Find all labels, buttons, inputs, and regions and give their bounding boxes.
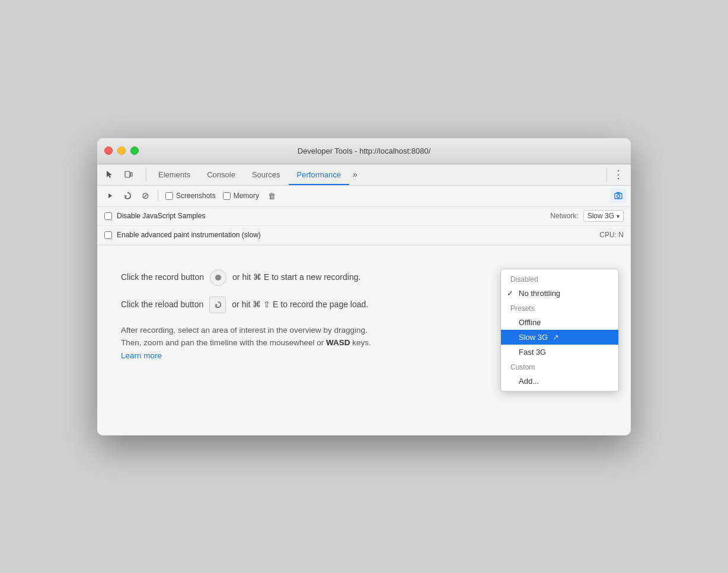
settings-row-2: Enable advanced paint instrumentation (s… — [97, 226, 631, 245]
learn-more-link[interactable]: Learn more — [121, 351, 162, 360]
dropdown-no-throttling[interactable]: No throttling — [501, 286, 618, 301]
svg-rect-1 — [130, 173, 132, 176]
reload-hint-text: Click the reload button — [121, 298, 203, 311]
network-dropdown-menu: Disabled No throttling Presets Offline S… — [500, 269, 619, 391]
info-text-1: After recording, select an area of inter… — [121, 326, 371, 348]
settings-area: Disable JavaScript Samples Network: Slow… — [97, 207, 631, 246]
disable-js-samples-checkbox[interactable] — [104, 212, 112, 220]
minimize-button[interactable] — [117, 147, 126, 155]
tabbar-end-divider — [606, 167, 607, 182]
hint-text-block: After recording, select an area of inter… — [121, 324, 524, 362]
tab-sources[interactable]: Sources — [244, 164, 289, 185]
screenshots-checkbox[interactable]: Screenshots — [163, 192, 218, 200]
advanced-paint-checkbox[interactable] — [104, 231, 112, 239]
dropdown-slow-3g[interactable]: Slow 3G ↗ — [501, 330, 618, 345]
clear-recordings-button[interactable]: 🗑 — [264, 188, 279, 203]
dropdown-disabled-header: Disabled — [501, 272, 618, 286]
device-toolbar-icon[interactable] — [121, 167, 136, 182]
dropdown-fast-3g[interactable]: Fast 3G — [501, 345, 618, 359]
tabbar: Elements Console Sources Performance » ⋮ — [97, 164, 631, 186]
tab-more-button[interactable]: » — [349, 164, 361, 185]
settings-row-1: Disable JavaScript Samples Network: Slow… — [97, 207, 631, 226]
record-hint-text: Click the record button — [121, 270, 204, 284]
clear-button[interactable]: ⊘ — [138, 188, 153, 203]
titlebar: Developer Tools - http://localhost:8080/ — [97, 138, 631, 164]
record-button[interactable] — [102, 188, 117, 203]
toolbar-divider-1 — [158, 190, 158, 202]
svg-marker-2 — [108, 193, 112, 198]
cpu-label: CPU: N — [599, 231, 624, 239]
devtools-icons — [102, 167, 136, 182]
cursor-pointer: ↗ — [553, 333, 559, 342]
maximize-button[interactable] — [130, 147, 139, 155]
record-inline-button[interactable] — [210, 269, 226, 286]
svg-rect-0 — [125, 171, 130, 177]
cursor-icon[interactable] — [102, 167, 117, 182]
cpu-row-right: CPU: N — [599, 231, 624, 239]
advanced-paint-label: Enable advanced paint instrumentation (s… — [117, 231, 595, 239]
dropdown-custom-header: Custom — [501, 359, 618, 374]
disable-js-samples-label: Disable JavaScript Samples — [117, 212, 545, 220]
tab-console[interactable]: Console — [199, 164, 244, 185]
dropdown-add[interactable]: Add... — [501, 374, 618, 389]
window-title: Developer Tools - http://localhost:8080/ — [298, 147, 431, 155]
svg-point-6 — [215, 275, 221, 281]
tab-elements[interactable]: Elements — [150, 164, 199, 185]
memory-checkbox-input[interactable] — [223, 192, 231, 200]
more-options-button[interactable]: ⋮ — [611, 167, 626, 182]
dropdown-offline[interactable]: Offline — [501, 315, 618, 330]
screenshots-checkbox-input[interactable] — [165, 192, 173, 200]
traffic-lights — [104, 147, 139, 155]
dropdown-presets-header: Presets — [501, 301, 618, 315]
record-shortcut-text: or hit ⌘ E to start a new recording. — [232, 270, 360, 284]
performance-toolbar: ⊘ Screenshots Memory 🗑 — [97, 186, 631, 207]
network-throttling-dropdown[interactable]: Slow 3G ▾ — [583, 210, 624, 222]
reload-inline-button[interactable] — [209, 297, 226, 313]
network-label: Network: — [550, 212, 578, 220]
reload-shortcut-text: or hit ⌘ ⇧ E to record the page load. — [232, 298, 368, 311]
network-row-right: Network: Slow 3G ▾ — [550, 210, 624, 222]
svg-point-5 — [617, 195, 620, 198]
reload-record-button[interactable] — [120, 188, 135, 203]
capture-icon — [611, 188, 626, 203]
memory-checkbox[interactable]: Memory — [221, 192, 261, 200]
close-button[interactable] — [104, 147, 113, 155]
tab-performance[interactable]: Performance — [289, 164, 349, 185]
tab-divider — [146, 167, 146, 182]
devtools-window: Developer Tools - http://localhost:8080/… — [97, 138, 631, 435]
